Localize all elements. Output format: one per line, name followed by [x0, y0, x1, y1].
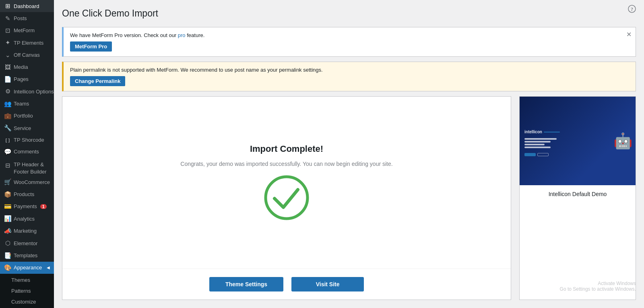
page-title: One Click Demo Import — [62, 8, 636, 19]
marketing-icon: 📣 — [4, 227, 11, 235]
demo-line-2 — [524, 141, 551, 143]
metform-icon: ⊡ — [4, 27, 11, 34]
help-icon[interactable]: ? — [628, 5, 636, 15]
sidebar-item-templates[interactable]: 📑 Templates — [0, 249, 54, 261]
sidebar-item-marketing[interactable]: 📣 Marketing — [0, 225, 54, 237]
import-buttons-bar: Theme Settings Visit Site — [62, 269, 511, 300]
sidebar-item-teams[interactable]: 👥 Teams — [0, 97, 54, 110]
sidebar-item-portfolio[interactable]: 💼 Portfolio — [0, 110, 54, 122]
sidebar-item-posts[interactable]: ✎ Posts — [0, 12, 54, 24]
import-subtitle: Congrats, your demo was imported success… — [180, 161, 392, 167]
permalink-notice: Plain permalink is not supported with Me… — [62, 62, 636, 91]
dashboard-icon: ⊞ — [4, 2, 11, 10]
demo-line-4 — [524, 147, 551, 148]
import-title: Import Complete! — [250, 144, 323, 154]
teams-icon: 👥 — [4, 100, 11, 107]
sidebar-item-comments[interactable]: 💬 Comments — [0, 145, 54, 157]
sidebar-item-products[interactable]: 📦 Products — [0, 188, 54, 200]
demo-line-3 — [524, 144, 545, 145]
sidebar-item-tp-header-footer[interactable]: ⊟ TP Header & Footer Builder — [0, 158, 54, 176]
success-checkmark-icon — [262, 174, 311, 222]
comments-icon: 💬 — [4, 148, 11, 155]
demo-headline-lines — [524, 138, 557, 148]
svg-point-0 — [266, 177, 308, 219]
payments-icon: 💳 — [4, 203, 11, 210]
elementor-icon: ⬡ — [4, 240, 11, 247]
sidebar-item-media[interactable]: 🖼 Media — [0, 61, 54, 73]
sidebar-item-metform[interactable]: ⊡ MetForm — [0, 25, 54, 37]
sidebar-item-dashboard[interactable]: ⊞ Dashboard — [0, 0, 54, 12]
sidebar-item-elementor[interactable]: ⬡ Elementor — [0, 237, 54, 249]
sidebar-item-off-canvas[interactable]: ⌄ Off Canvas — [0, 49, 54, 61]
intellicon-options-icon: ⚙ — [4, 88, 11, 95]
sidebar-item-pages[interactable]: 📄 Pages — [0, 73, 54, 85]
analytics-icon: 📊 — [4, 215, 11, 222]
demo-preview-card: intellicon 🤖 — [519, 96, 636, 300]
demo-line-1 — [524, 138, 557, 140]
metform-pro-notice: We have MetForm Pro version. Check out o… — [62, 27, 636, 57]
sidebar-item-tp-shortcode[interactable]: [ ] TP Shorcode — [0, 134, 54, 146]
appearance-submenu: Themes Patterns Customize — [0, 274, 54, 308]
appearance-icon: 🎨 — [4, 264, 11, 271]
sidebar-item-intellicon-options[interactable]: ⚙ Intellicon Options — [0, 85, 54, 97]
notice2-text: Plain permalink is not supported with Me… — [70, 67, 629, 73]
import-success-area: Import Complete! Congrats, your demo was… — [62, 97, 511, 269]
off-canvas-icon: ⌄ — [4, 52, 11, 59]
payments-badge: 1 — [40, 204, 47, 209]
sidebar-item-analytics[interactable]: 📊 Analytics — [0, 213, 54, 225]
tp-shortcode-icon: [ ] — [4, 138, 11, 143]
notice1-text: We have MetForm Pro version. Check out o… — [70, 32, 629, 38]
demo-cta-btn-2 — [537, 153, 549, 156]
appearance-arrow: ◀ — [47, 265, 50, 270]
metform-pro-button[interactable]: MetForm Pro — [70, 41, 112, 52]
demo-robot-icon: 🤖 — [613, 132, 632, 150]
pages-icon: 📄 — [4, 76, 11, 83]
service-icon: 🔧 — [4, 124, 11, 132]
products-icon: 📦 — [4, 191, 11, 198]
sidebar-sub-item-patterns[interactable]: Patterns — [0, 285, 54, 296]
portfolio-icon: 💼 — [4, 112, 11, 120]
demo-cta-buttons — [524, 153, 549, 156]
sidebar-sub-item-themes[interactable]: Themes — [0, 275, 54, 285]
svg-text:?: ? — [631, 6, 633, 12]
tp-header-footer-icon: ⊟ — [4, 162, 11, 169]
demo-preview-image: intellicon 🤖 — [520, 97, 636, 185]
demo-preview-label: Intellicon Default Demo — [520, 185, 636, 203]
theme-settings-button[interactable]: Theme Settings — [209, 277, 283, 291]
sidebar-item-payments[interactable]: 💳 Payments 1 — [0, 201, 54, 213]
demo-nav-line — [544, 132, 560, 132]
content-wrapper: Import Complete! Congrats, your demo was… — [62, 96, 636, 300]
main-content: One Click Demo Import We have MetForm Pr… — [54, 0, 644, 308]
sidebar: ⊞ Dashboard ✎ Posts ⊡ MetForm ✦ TP Eleme… — [0, 0, 54, 308]
change-permalink-button[interactable]: Change Permalink — [70, 76, 125, 86]
import-panel: Import Complete! Congrats, your demo was… — [62, 96, 511, 300]
posts-icon: ✎ — [4, 15, 11, 22]
sidebar-item-appearance[interactable]: 🎨 Appearance ◀ — [0, 262, 54, 274]
woocommerce-icon: 🛒 — [4, 178, 11, 186]
demo-cta-btn-1 — [524, 153, 536, 156]
sidebar-item-tp-elements[interactable]: ✦ TP Elements — [0, 37, 54, 49]
media-icon: 🖼 — [4, 64, 11, 70]
templates-icon: 📑 — [4, 252, 11, 259]
demo-preview-top-half: intellicon 🤖 — [520, 97, 636, 185]
notice1-pro-link[interactable]: pro — [178, 32, 186, 38]
visit-site-button[interactable]: Visit Site — [291, 277, 364, 291]
notice1-close-button[interactable]: ✕ — [626, 31, 632, 38]
sidebar-item-woocommerce[interactable]: 🛒 WooCommerce — [0, 176, 54, 188]
tp-elements-icon: ✦ — [4, 39, 11, 46]
sidebar-item-service[interactable]: 🔧 Service — [0, 122, 54, 134]
demo-brand-text: intellicon — [524, 130, 542, 134]
sidebar-sub-item-customize[interactable]: Customize — [0, 296, 54, 307]
